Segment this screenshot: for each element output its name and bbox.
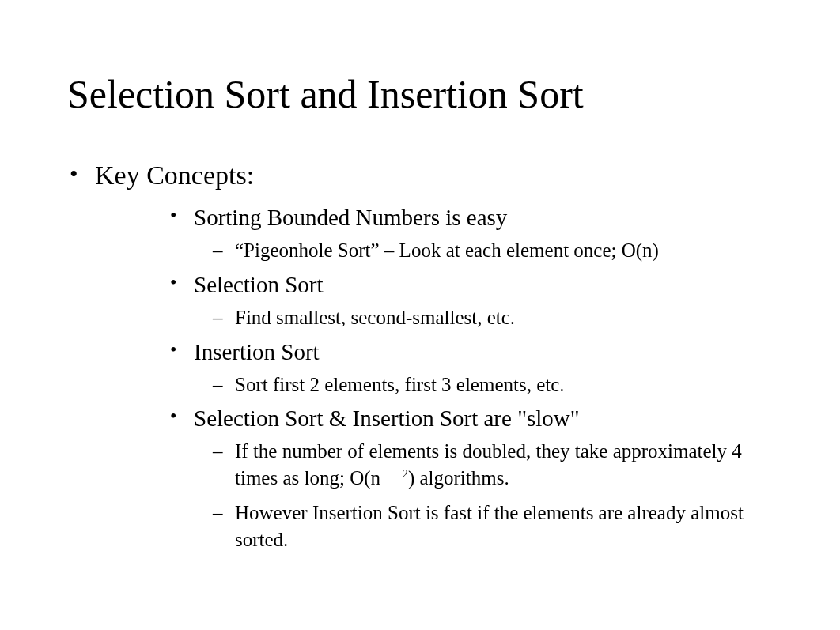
list-item: Selection Sort Find smallest, second-sma… [166, 272, 793, 331]
bullet-list-level1: Key Concepts: Sorting Bounded Numbers is… [63, 160, 793, 553]
list-item: Key Concepts: Sorting Bounded Numbers is… [63, 160, 793, 553]
bullet-text: Key Concepts: [95, 160, 254, 190]
list-item: Find smallest, second-smallest, etc. [210, 304, 779, 331]
bullet-text: “Pigeonhole Sort” – Look at each element… [235, 240, 659, 261]
list-item: Selection Sort & Insertion Sort are "slo… [166, 406, 793, 553]
bullet-text-post: ) algorithms. [408, 467, 509, 489]
list-item: Sorting Bounded Numbers is easy “Pigeonh… [166, 205, 793, 264]
bullet-list-level3: If the number of elements is doubled, th… [210, 438, 793, 553]
bullet-text: However Insertion Sort is fast if the el… [235, 502, 744, 550]
list-item: Insertion Sort Sort first 2 elements, fi… [166, 339, 793, 398]
bullet-text: Sort first 2 elements, first 3 elements,… [235, 374, 565, 395]
superscript: 2 [403, 468, 408, 480]
bullet-list-level3: “Pigeonhole Sort” – Look at each element… [210, 237, 793, 264]
slide-title: Selection Sort and Insertion Sort [67, 71, 793, 117]
list-item: However Insertion Sort is fast if the el… [210, 500, 779, 553]
list-item: Sort first 2 elements, first 3 elements,… [210, 372, 779, 398]
bullet-list-level3: Find smallest, second-smallest, etc. [210, 304, 793, 331]
bullet-text: Sorting Bounded Numbers is easy [194, 205, 507, 230]
bullet-text: Selection Sort [194, 272, 324, 297]
bullet-list-level3: Sort first 2 elements, first 3 elements,… [210, 372, 793, 398]
list-item: “Pigeonhole Sort” – Look at each element… [210, 237, 779, 264]
list-item: If the number of elements is doubled, th… [210, 438, 779, 492]
bullet-text: Selection Sort & Insertion Sort are "slo… [194, 406, 580, 431]
bullet-list-level2: Sorting Bounded Numbers is easy “Pigeonh… [166, 205, 793, 553]
bullet-text: Insertion Sort [194, 339, 320, 364]
bullet-text: Find smallest, second-smallest, etc. [235, 307, 515, 328]
